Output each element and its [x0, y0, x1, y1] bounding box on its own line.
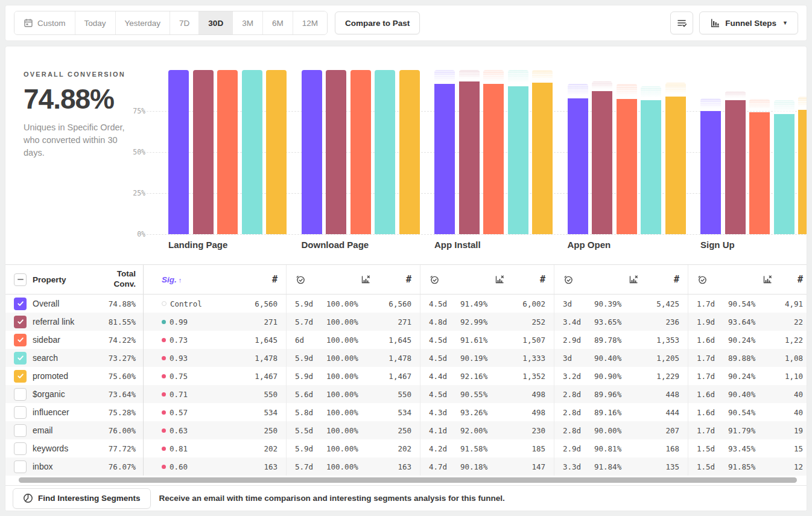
bar-referral-link[interactable] — [592, 91, 612, 234]
count-column-header[interactable]: # — [371, 274, 411, 285]
row-checkbox-influencer[interactable] — [14, 406, 27, 419]
count-value: 1,229 — [639, 372, 679, 381]
date-range-yesterday[interactable]: Yesterday — [116, 11, 171, 34]
indeterminate-minus-icon — [17, 279, 24, 280]
time-value: 3d — [563, 299, 594, 308]
total-conv-column-header[interactable]: Total Conv. — [97, 269, 136, 290]
date-range-control: CustomTodayYesterday7D30D3M6M12M — [14, 11, 328, 35]
step-label-app-open: App Open — [568, 240, 611, 250]
row-checkbox-keywords[interactable] — [14, 442, 27, 455]
bar-promoted[interactable] — [399, 70, 420, 234]
date-range-3m[interactable]: 3M — [233, 11, 263, 34]
bar-search[interactable] — [508, 86, 528, 234]
count-column-header[interactable]: # — [505, 274, 545, 285]
conversion-column-header[interactable] — [728, 274, 773, 285]
count-value: 271 — [220, 317, 278, 326]
bar-search[interactable] — [774, 114, 795, 234]
conversion-value: 90.90% — [594, 372, 639, 381]
count-column-header[interactable]: # — [639, 274, 679, 285]
table-row-sidebar: sidebar74.22%0.731,6456d100.00%1,6454.5d… — [5, 331, 807, 349]
bar-sidebar[interactable] — [617, 99, 637, 234]
bar-overall[interactable] — [700, 111, 721, 234]
time-column-header[interactable] — [697, 274, 728, 285]
conversion-value: 100.00% — [326, 372, 371, 381]
bar-promoted[interactable] — [266, 70, 287, 234]
bar-referral-link[interactable] — [326, 70, 346, 234]
table-row-organic: $organic73.64%0.715505.6d100.00%5504.5d9… — [5, 385, 807, 403]
conversion-column-header[interactable] — [326, 274, 371, 285]
footer-message: Receive an email with time comparison an… — [159, 494, 505, 503]
step-cell-group-5: 1.7d89.88%1,08 — [688, 349, 807, 367]
sig-cell: 0.60 — [162, 462, 220, 471]
bar-search[interactable] — [641, 100, 661, 234]
row-checkbox-email[interactable] — [14, 424, 27, 437]
count-value: 147 — [505, 462, 545, 471]
bar-referral-link[interactable] — [193, 70, 214, 234]
date-range-label: Yesterday — [125, 19, 161, 28]
row-checkbox-search[interactable] — [14, 352, 27, 365]
count-column-header[interactable]: # — [773, 274, 803, 285]
funnel-chart: 75%50%25%0%Landing PageDownload PageApp … — [5, 46, 807, 255]
time-column-header[interactable] — [563, 274, 594, 285]
count-value: 271 — [371, 317, 411, 326]
property-column-header[interactable]: Property — [33, 275, 97, 284]
row-checkbox-referral-link[interactable] — [14, 316, 27, 328]
conversion-value: 100.00% — [326, 317, 371, 326]
bar-search[interactable] — [242, 70, 262, 234]
row-checkbox-promoted[interactable] — [14, 370, 27, 383]
conversion-column-header[interactable] — [460, 274, 505, 285]
bar-sidebar[interactable] — [217, 70, 238, 234]
horizontal-scrollbar[interactable] — [5, 477, 807, 483]
bar-sidebar[interactable] — [749, 112, 770, 234]
date-range-7d[interactable]: 7D — [170, 11, 199, 34]
scrollbar-thumb[interactable] — [19, 477, 797, 483]
property-name: search — [33, 353, 97, 363]
chevron-down-icon: ▼ — [782, 20, 788, 26]
property-name: influencer — [33, 407, 97, 417]
row-checkbox-overall[interactable] — [14, 298, 27, 310]
conversion-value: 90.39% — [594, 299, 639, 308]
compare-to-past-button[interactable]: Compare to Past — [335, 11, 420, 34]
sig-value: 0.81 — [170, 444, 188, 453]
sig-column-header[interactable]: Sig.↑ — [162, 275, 220, 284]
row-checkbox-organic[interactable] — [14, 388, 27, 401]
bar-promoted[interactable] — [532, 83, 553, 234]
sig-cell: 0.73 — [162, 336, 220, 345]
bar-overall[interactable] — [434, 84, 455, 234]
time-column-header[interactable] — [295, 274, 326, 285]
total-conversion-value: 74.22% — [97, 336, 136, 345]
bar-overall[interactable] — [302, 70, 322, 234]
property-cell: $organic73.64% — [5, 385, 144, 403]
sig-value: 0.60 — [170, 462, 188, 471]
select-all-checkbox[interactable] — [14, 273, 27, 286]
bar-referral-link[interactable] — [459, 81, 480, 234]
y-axis-tick-label: 50% — [119, 148, 145, 156]
bar-promoted[interactable] — [798, 110, 807, 234]
funnel-steps-dropdown[interactable]: Funnel Steps ▼ — [699, 11, 798, 34]
date-range-30d[interactable]: 30D — [199, 11, 233, 34]
bar-sidebar[interactable] — [483, 84, 504, 234]
bar-overall[interactable] — [168, 70, 189, 234]
date-range-12m[interactable]: 12M — [293, 11, 327, 34]
date-range-label: 30D — [208, 19, 223, 28]
count-column-header[interactable]: # — [220, 274, 278, 285]
count-value: 207 — [639, 426, 679, 435]
row-checkbox-sidebar[interactable] — [14, 334, 27, 346]
date-range-today[interactable]: Today — [75, 11, 116, 34]
find-interesting-segments-button[interactable]: Find Interesting Segments — [13, 488, 151, 509]
time-column-header[interactable] — [429, 274, 460, 285]
conversion-column-header[interactable] — [594, 274, 639, 285]
row-checkbox-inbox[interactable] — [14, 460, 27, 473]
date-range-6m[interactable]: 6M — [263, 11, 293, 34]
date-range-custom[interactable]: Custom — [14, 11, 75, 34]
count-value: 1,645 — [371, 336, 411, 345]
page: { "colors": { "accent_purple": "#7856FF"… — [0, 0, 812, 516]
chart-options-button[interactable] — [670, 11, 693, 34]
bar-sidebar[interactable] — [350, 70, 371, 234]
conversion-value: 91.85% — [728, 462, 773, 471]
bar-overall[interactable] — [568, 98, 588, 234]
step-cell-group-1: 0.71550 — [144, 385, 286, 403]
bar-search[interactable] — [375, 70, 395, 234]
bar-promoted[interactable] — [665, 97, 686, 234]
bar-referral-link[interactable] — [725, 100, 746, 234]
